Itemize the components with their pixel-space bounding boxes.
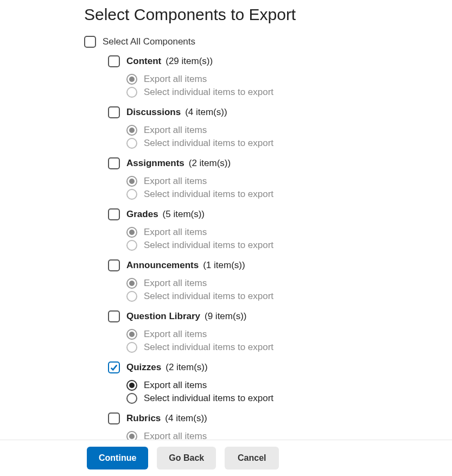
radio-row-individual-question-library: Select individual items to export bbox=[126, 342, 441, 353]
radio-label-export-all-announcements: Export all items bbox=[144, 278, 207, 289]
radio-individual-announcements[interactable] bbox=[126, 291, 137, 302]
radio-label-export-all-rubrics: Export all items bbox=[144, 431, 207, 440]
component-name-discussions: Discussions bbox=[126, 107, 181, 118]
radio-row-export-all-rubrics: Export all items bbox=[126, 431, 441, 440]
radio-label-individual-quizzes: Select individual items to export bbox=[144, 393, 273, 404]
radio-group-content: Export all itemsSelect individual items … bbox=[108, 74, 441, 98]
radio-export-all-grades[interactable] bbox=[126, 227, 137, 238]
component-count-discussions: (4 item(s)) bbox=[185, 107, 227, 118]
radio-row-export-all-grades: Export all items bbox=[126, 227, 441, 238]
radio-label-export-all-grades: Export all items bbox=[144, 227, 207, 238]
component-name-announcements: Announcements bbox=[126, 260, 199, 271]
radio-label-export-all-question-library: Export all items bbox=[144, 329, 207, 340]
component-count-content: (29 item(s)) bbox=[165, 56, 213, 67]
footer-bar: Continue Go Back Cancel bbox=[0, 440, 452, 476]
radio-label-individual-assignments: Select individual items to export bbox=[144, 189, 273, 200]
radio-export-all-quizzes[interactable] bbox=[126, 380, 137, 391]
radio-group-announcements: Export all itemsSelect individual items … bbox=[108, 278, 441, 302]
radio-individual-assignments[interactable] bbox=[126, 189, 137, 200]
component-quizzes: Quizzes(2 item(s))Export all itemsSelect… bbox=[108, 361, 441, 404]
component-header-content: Content(29 item(s)) bbox=[108, 55, 441, 67]
checkbox-rubrics[interactable] bbox=[108, 412, 120, 424]
radio-group-discussions: Export all itemsSelect individual items … bbox=[108, 125, 441, 149]
component-content: Content(29 item(s))Export all itemsSelec… bbox=[108, 55, 441, 98]
radio-row-export-all-announcements: Export all items bbox=[126, 278, 441, 289]
component-name-content: Content bbox=[126, 56, 161, 67]
checkbox-discussions[interactable] bbox=[108, 106, 120, 118]
radio-individual-discussions[interactable] bbox=[126, 138, 137, 149]
radio-row-individual-assignments: Select individual items to export bbox=[126, 189, 441, 200]
radio-row-export-all-assignments: Export all items bbox=[126, 176, 441, 187]
radio-row-export-all-discussions: Export all items bbox=[126, 125, 441, 136]
component-count-quizzes: (2 item(s)) bbox=[165, 362, 207, 373]
radio-label-export-all-assignments: Export all items bbox=[144, 176, 207, 187]
radio-label-individual-discussions: Select individual items to export bbox=[144, 138, 273, 149]
component-header-announcements: Announcements(1 item(s)) bbox=[108, 259, 441, 271]
radio-label-export-all-discussions: Export all items bbox=[144, 125, 207, 136]
component-header-assignments: Assignments(2 item(s)) bbox=[108, 157, 441, 169]
radio-row-export-all-quizzes: Export all items bbox=[126, 380, 441, 391]
radio-row-export-all-content: Export all items bbox=[126, 74, 441, 85]
radio-export-all-announcements[interactable] bbox=[126, 278, 137, 289]
component-discussions: Discussions(4 item(s))Export all itemsSe… bbox=[108, 106, 441, 149]
component-name-grades: Grades bbox=[126, 209, 158, 220]
select-all-label: Select All Components bbox=[103, 36, 195, 47]
component-header-discussions: Discussions(4 item(s)) bbox=[108, 106, 441, 118]
component-grades: Grades(5 item(s))Export all itemsSelect … bbox=[108, 208, 441, 251]
component-count-question-library: (9 item(s)) bbox=[205, 311, 246, 322]
radio-group-assignments: Export all itemsSelect individual items … bbox=[108, 176, 441, 200]
radio-row-individual-grades: Select individual items to export bbox=[126, 240, 441, 251]
component-header-quizzes: Quizzes(2 item(s)) bbox=[108, 361, 441, 373]
checkbox-assignments[interactable] bbox=[108, 157, 120, 169]
radio-export-all-assignments[interactable] bbox=[126, 176, 137, 187]
continue-button[interactable]: Continue bbox=[87, 447, 148, 469]
component-count-grades: (5 item(s)) bbox=[163, 209, 205, 220]
component-question-library: Question Library(9 item(s))Export all it… bbox=[108, 310, 441, 353]
checkbox-content[interactable] bbox=[108, 55, 120, 67]
radio-row-individual-announcements: Select individual items to export bbox=[126, 291, 441, 302]
radio-label-export-all-content: Export all items bbox=[144, 74, 207, 85]
radio-individual-question-library[interactable] bbox=[126, 342, 137, 353]
component-rubrics: Rubrics(4 item(s))Export all itemsSelect… bbox=[108, 412, 441, 440]
radio-group-question-library: Export all itemsSelect individual items … bbox=[108, 329, 441, 353]
radio-label-individual-content: Select individual items to export bbox=[144, 87, 273, 98]
radio-label-individual-announcements: Select individual items to export bbox=[144, 291, 273, 302]
component-announcements: Announcements(1 item(s))Export all items… bbox=[108, 259, 441, 302]
go-back-button[interactable]: Go Back bbox=[157, 447, 216, 469]
cancel-button[interactable]: Cancel bbox=[225, 447, 279, 469]
component-header-rubrics: Rubrics(4 item(s)) bbox=[108, 412, 441, 424]
radio-export-all-question-library[interactable] bbox=[126, 329, 137, 340]
component-assignments: Assignments(2 item(s))Export all itemsSe… bbox=[108, 157, 441, 200]
radio-group-rubrics: Export all itemsSelect individual items … bbox=[108, 431, 441, 440]
radio-label-individual-grades: Select individual items to export bbox=[144, 240, 273, 251]
page-title: Select Components to Export bbox=[84, 5, 441, 24]
component-header-question-library: Question Library(9 item(s)) bbox=[108, 310, 441, 322]
radio-individual-grades[interactable] bbox=[126, 240, 137, 251]
radio-individual-content[interactable] bbox=[126, 87, 137, 98]
radio-group-grades: Export all itemsSelect individual items … bbox=[108, 227, 441, 251]
radio-export-all-discussions[interactable] bbox=[126, 125, 137, 136]
component-name-question-library: Question Library bbox=[126, 311, 200, 322]
checkbox-grades[interactable] bbox=[108, 208, 120, 220]
component-count-rubrics: (4 item(s)) bbox=[165, 413, 207, 424]
checkbox-question-library[interactable] bbox=[108, 310, 120, 322]
radio-label-export-all-quizzes: Export all items bbox=[144, 380, 207, 391]
radio-export-all-content[interactable] bbox=[126, 74, 137, 85]
select-all-checkbox[interactable] bbox=[84, 36, 96, 48]
checkbox-quizzes[interactable] bbox=[108, 361, 120, 373]
component-name-assignments: Assignments bbox=[126, 158, 184, 169]
radio-individual-quizzes[interactable] bbox=[126, 393, 137, 404]
radio-row-individual-discussions: Select individual items to export bbox=[126, 138, 441, 149]
component-name-quizzes: Quizzes bbox=[126, 362, 161, 373]
radio-export-all-rubrics[interactable] bbox=[126, 431, 137, 440]
component-header-grades: Grades(5 item(s)) bbox=[108, 208, 441, 220]
radio-row-export-all-question-library: Export all items bbox=[126, 329, 441, 340]
radio-row-individual-quizzes: Select individual items to export bbox=[126, 393, 441, 404]
radio-row-individual-content: Select individual items to export bbox=[126, 87, 441, 98]
component-count-announcements: (1 item(s)) bbox=[203, 260, 245, 271]
checkbox-announcements[interactable] bbox=[108, 259, 120, 271]
component-count-assignments: (2 item(s)) bbox=[189, 158, 231, 169]
select-all-row: Select All Components bbox=[84, 36, 441, 48]
component-name-rubrics: Rubrics bbox=[126, 413, 161, 424]
components-list: Content(29 item(s))Export all itemsSelec… bbox=[84, 55, 441, 440]
